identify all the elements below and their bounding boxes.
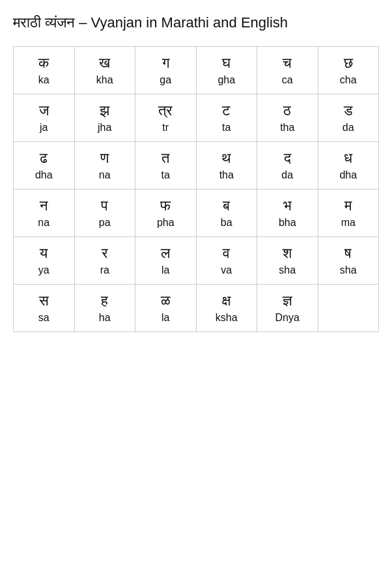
devanagari-char: स <box>18 292 70 309</box>
devanagari-char: न <box>18 197 70 214</box>
table-cell: भbha <box>257 189 318 236</box>
devanagari-char: क <box>18 55 70 72</box>
roman-transliteration: Dnya <box>261 312 314 324</box>
devanagari-char: म <box>322 197 375 214</box>
roman-transliteration: ta <box>139 169 192 181</box>
devanagari-char: ब <box>201 197 253 214</box>
table-row: जjaझjhaत्रtrटtaठthaडda <box>14 94 379 141</box>
devanagari-char: ळ <box>139 292 192 309</box>
table-cell: ळla <box>135 284 197 332</box>
devanagari-char: य <box>18 245 70 262</box>
table-cell: षsha <box>318 236 379 284</box>
devanagari-char: ढ <box>18 150 70 167</box>
roman-transliteration: va <box>201 264 253 276</box>
table-cell: थtha <box>196 141 257 189</box>
table-cell: जja <box>14 94 75 141</box>
devanagari-char: झ <box>79 102 132 119</box>
roman-transliteration: na <box>18 217 70 229</box>
devanagari-char: भ <box>261 197 314 214</box>
table-cell: कka <box>14 46 75 94</box>
devanagari-char: द <box>261 150 314 167</box>
roman-transliteration: sha <box>322 264 375 276</box>
table-cell: चca <box>257 46 318 94</box>
table-cell <box>318 284 379 332</box>
devanagari-char: थ <box>201 150 253 167</box>
table-cell: शsha <box>257 236 318 284</box>
table-cell: तta <box>135 141 197 189</box>
devanagari-char: घ <box>201 55 253 72</box>
devanagari-char: ल <box>139 245 192 262</box>
roman-transliteration: pa <box>79 217 132 229</box>
roman-transliteration: ka <box>18 74 70 86</box>
page-title: मराठी व्यंजन – Vyanjan in Marathi and En… <box>13 13 379 33</box>
table-row: यyaरraलlaवvaशshaषsha <box>14 236 379 284</box>
devanagari-char: र <box>79 245 132 262</box>
devanagari-char: ष <box>322 245 375 262</box>
table-cell: णna <box>74 141 135 189</box>
table-cell: धdha <box>318 141 379 189</box>
table-cell: त्रtr <box>135 94 197 141</box>
devanagari-char: ह <box>79 292 132 309</box>
roman-transliteration: ca <box>261 74 314 86</box>
table-row: नnaपpaफphaबbaभbhaमma <box>14 189 379 236</box>
roman-transliteration: cha <box>322 74 375 86</box>
devanagari-char: प <box>79 197 132 214</box>
table-cell: लla <box>135 236 197 284</box>
roman-transliteration: dha <box>322 169 375 181</box>
roman-transliteration: ra <box>79 264 132 276</box>
table-cell: झjha <box>74 94 135 141</box>
devanagari-char: ड <box>322 102 375 119</box>
roman-transliteration: ja <box>18 122 70 134</box>
devanagari-char: च <box>261 55 314 72</box>
table-cell: फpha <box>135 189 197 236</box>
roman-transliteration: bha <box>261 217 314 229</box>
devanagari-char: त्र <box>139 102 192 119</box>
table-cell: हha <box>74 284 135 332</box>
devanagari-char: त <box>139 150 192 167</box>
table-row: कkaखkhaगgaघghaचcaछcha <box>14 46 379 94</box>
roman-transliteration: tr <box>139 122 192 134</box>
devanagari-char: ग <box>139 55 192 72</box>
devanagari-char: ध <box>322 150 375 167</box>
roman-transliteration: da <box>261 169 314 181</box>
roman-transliteration: la <box>139 312 192 324</box>
table-cell: डda <box>318 94 379 141</box>
roman-transliteration: sha <box>261 264 314 276</box>
table-cell: मma <box>318 189 379 236</box>
roman-transliteration: ya <box>18 264 70 276</box>
vyanjan-table: कkaखkhaगgaघghaचcaछchaजjaझjhaत्रtrटtaठtha… <box>13 46 379 332</box>
roman-transliteration: ba <box>201 217 253 229</box>
roman-transliteration: jha <box>79 122 132 134</box>
table-cell: टta <box>196 94 257 141</box>
table-cell: खkha <box>74 46 135 94</box>
table-cell: रra <box>74 236 135 284</box>
devanagari-char: ख <box>79 55 132 72</box>
devanagari-char: फ <box>139 197 192 214</box>
table-cell: ज्ञDnya <box>257 284 318 332</box>
devanagari-char: छ <box>322 55 375 72</box>
table-cell: वva <box>196 236 257 284</box>
roman-transliteration: na <box>79 169 132 181</box>
roman-transliteration: ma <box>322 217 375 229</box>
devanagari-char: ण <box>79 150 132 167</box>
table-row: ढdhaणnaतtaथthaदdaधdha <box>14 141 379 189</box>
devanagari-char: ट <box>201 102 253 119</box>
table-cell: ढdha <box>14 141 75 189</box>
devanagari-char: ज्ञ <box>261 292 314 309</box>
table-cell: पpa <box>74 189 135 236</box>
table-cell: दda <box>257 141 318 189</box>
table-cell: घgha <box>196 46 257 94</box>
devanagari-char: ज <box>18 102 70 119</box>
roman-transliteration: la <box>139 264 192 276</box>
devanagari-char: श <box>261 245 314 262</box>
table-cell: सsa <box>14 284 75 332</box>
roman-transliteration: kha <box>79 74 132 86</box>
table-cell: ठtha <box>257 94 318 141</box>
table-cell: नna <box>14 189 75 236</box>
roman-transliteration: dha <box>18 169 70 181</box>
table-row: सsaहhaळlaक्षkshaज्ञDnya <box>14 284 379 332</box>
roman-transliteration: pha <box>139 217 192 229</box>
roman-transliteration: sa <box>18 312 70 324</box>
devanagari-char: क्ष <box>201 292 253 309</box>
roman-transliteration: ha <box>79 312 132 324</box>
